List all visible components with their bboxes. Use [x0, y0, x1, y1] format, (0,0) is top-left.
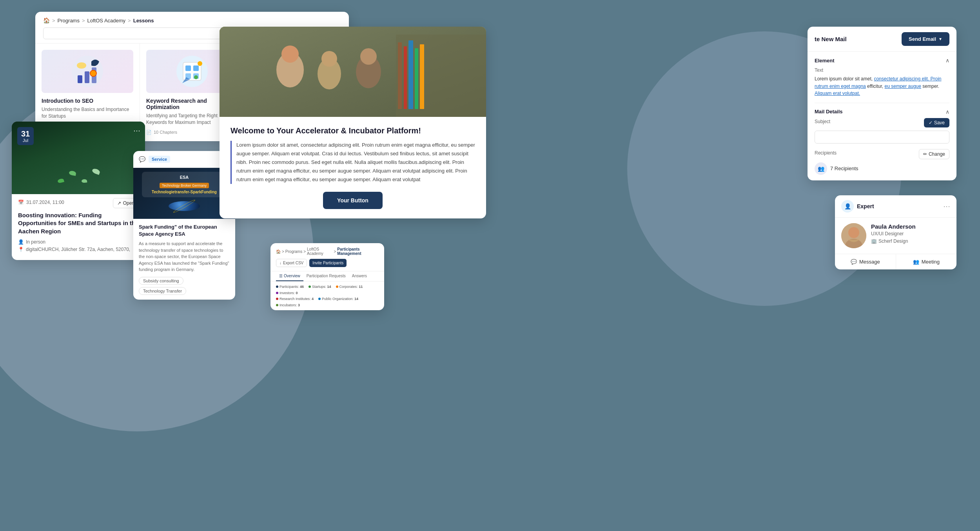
participants-tabs: ☰ Overview Participation Requests Answer… — [270, 271, 384, 282]
expert-actions: 💬 Message 👥 Meeting — [835, 254, 956, 269]
stat-participants: Participants: 46 — [276, 285, 304, 289]
expert-header: 👤 Expert ⋯ — [835, 195, 956, 218]
building-icon: 🏢 — [871, 238, 877, 244]
message-button[interactable]: 💬 Message — [835, 254, 896, 269]
stat-dot-corporates — [336, 286, 338, 288]
email-header: te New Mail Send Email ▼ — [808, 27, 956, 52]
cta-button[interactable]: Your Button — [323, 192, 383, 209]
expert-info: Paula Anderson UX/UI Designer 🏢 Scherf D… — [871, 223, 916, 244]
esa-sub: Technology Broker Germany — [160, 183, 209, 188]
lorem-text: Lorem ipsum dolor sit amet, consectetur … — [815, 75, 949, 97]
meeting-button[interactable]: 👥 Meeting — [896, 254, 957, 269]
expert-role: UX/UI Designer — [871, 231, 916, 236]
save-button[interactable]: ✓ Save — [924, 118, 949, 127]
svg-rect-24 — [398, 42, 402, 109]
subject-row: Subject ✓ Save — [815, 118, 949, 127]
send-email-button[interactable]: Send Email ▼ — [902, 32, 949, 46]
stat-investors: Investors: 0 — [276, 291, 298, 295]
change-button[interactable]: ✏ Change — [919, 149, 949, 159]
svg-rect-8 — [185, 65, 191, 71]
stat-dot-research — [276, 298, 278, 300]
svg-rect-2 — [85, 71, 89, 83]
dropdown-arrow-icon: ▼ — [938, 37, 942, 41]
link-3[interactable]: eu semper augue — [885, 84, 921, 89]
mail-details-header: Mail Details ∧ — [815, 109, 949, 115]
service-body: Spark Funding" of the European Space Age… — [133, 219, 235, 300]
service-title: Spark Funding" of the European Space Age… — [139, 224, 230, 237]
event-date-badge: 31 Jul — [17, 127, 34, 145]
expert-card: 👤 Expert ⋯ Paula Anderson UX/UI Designer… — [835, 195, 956, 269]
esa-globe — [169, 201, 200, 211]
invite-participants-button[interactable]: Invite Participants — [309, 259, 347, 267]
participants-card: 🏠 > Programs > LoftOS Academy > Particip… — [270, 243, 384, 310]
check-icon: ✓ — [929, 120, 933, 125]
stat-dot-startups — [309, 286, 311, 288]
expert-icon: 👤 — [841, 200, 854, 213]
participants-stats: Participants: 46 Startups: 14 Corporates… — [270, 282, 384, 310]
svg-rect-25 — [404, 46, 407, 109]
event-title: Boosting Innovation: Funding Opportuniti… — [18, 211, 139, 235]
svg-point-12 — [198, 61, 202, 66]
svg-rect-1 — [78, 75, 82, 83]
expert-company: 🏢 Scherf Design — [871, 238, 916, 244]
svg-point-36 — [848, 227, 859, 238]
participants-actions: ↓ Export CSV Invite Participants — [276, 259, 379, 267]
main-title: Welcome to Your Accelerator & Incubator … — [230, 126, 475, 135]
message-icon: 💬 — [851, 259, 857, 265]
event-type: 👤 In person — [18, 239, 139, 245]
export-icon: ↓ — [279, 261, 281, 265]
stat-dot-incubators — [276, 304, 278, 306]
event-datetime: 📅 31.07.2024, 11:00 — [18, 200, 64, 205]
export-csv-button[interactable]: ↓ Export CSV — [276, 259, 307, 267]
chapter-icon-2: 📄 — [146, 130, 152, 135]
expert-more-button[interactable]: ⋯ — [943, 202, 950, 211]
recipients-row: Recipients ✏ Change — [815, 149, 949, 159]
open-icon: ↗ — [117, 200, 121, 206]
email-body: Element ∧ Text Lorem ipsum dolor sit ame… — [808, 52, 956, 180]
email-card: te New Mail Send Email ▼ Element ∧ Text … — [808, 27, 956, 180]
esa-program: Technologietransfer-SparkFunding — [147, 190, 221, 194]
service-icon: 💬 — [139, 156, 145, 162]
recipients-icon: 👥 — [815, 162, 827, 175]
main-body-text: Lorem ipsum dolor sit amet, consectetur … — [230, 141, 475, 184]
event-card: 31 Jul ⋯ 📅 31.07.2024, 11:00 ↗ Open Boos… — [12, 122, 145, 260]
breadcrumb: 🏠 > Programs > LoftOS Academy > Lessons — [43, 17, 341, 24]
svg-rect-26 — [408, 40, 413, 109]
avatar — [841, 223, 866, 248]
lesson-title-1: Introduction to SEO — [42, 98, 133, 104]
divider — [815, 103, 949, 103]
svg-rect-28 — [420, 44, 424, 109]
text-label: Text — [815, 67, 949, 73]
mail-details-collapse-button[interactable]: ∧ — [946, 109, 949, 115]
svg-point-5 — [90, 70, 96, 76]
service-tag-tech: Technology Transfer — [139, 287, 186, 295]
event-location: 📍 digitalCHURCH, Jülicher Str. 72a, Aach… — [18, 247, 139, 252]
tab-participation-requests[interactable]: Participation Requests — [303, 271, 349, 281]
recipients-count: 7 Recipients — [830, 165, 858, 171]
element-collapse-button[interactable]: ∧ — [946, 57, 949, 64]
link-4[interactable]: Aliquam erat volutpat. — [815, 91, 860, 96]
svg-rect-27 — [415, 48, 418, 109]
stat-incubators: Incubators: 3 — [276, 303, 300, 307]
event-image: 31 Jul ⋯ — [12, 122, 145, 194]
stat-corporates: Corporates: 11 — [336, 285, 363, 289]
event-more-button[interactable]: ⋯ — [133, 126, 140, 135]
link-1[interactable]: consectetur adipiscing elit. Proin — [874, 76, 941, 82]
tab-answers[interactable]: Answers — [349, 271, 370, 281]
link-2[interactable]: rutrum enim eget magna — [815, 84, 866, 89]
stat-dot-investors — [276, 292, 278, 294]
expert-profile: Paula Anderson UX/UI Designer 🏢 Scherf D… — [835, 218, 956, 254]
tab-overview[interactable]: ☰ Overview — [276, 271, 303, 281]
location-icon: 📍 — [18, 247, 24, 252]
edit-icon: ✏ — [923, 151, 927, 157]
svg-point-13 — [194, 75, 198, 79]
svg-point-32 — [321, 51, 337, 67]
lesson-image-1 — [42, 50, 133, 93]
event-body: 📅 31.07.2024, 11:00 ↗ Open Boosting Inno… — [12, 194, 145, 260]
meeting-icon: 👥 — [913, 259, 919, 265]
subject-input[interactable] — [815, 131, 949, 144]
esa-label: ESA — [147, 175, 221, 180]
stat-dot-public — [318, 298, 321, 300]
stat-startups: Startups: 14 — [309, 285, 331, 289]
stats-row-2: Research Institutes: 4 Public Organizati… — [276, 297, 379, 307]
